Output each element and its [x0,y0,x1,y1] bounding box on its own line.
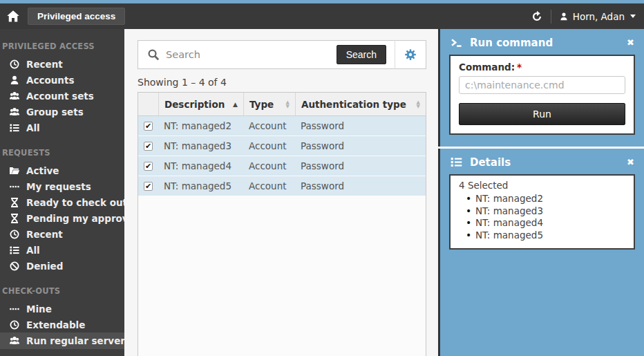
table-row[interactable]: ✔ NT: managed3 Account Password [138,136,426,156]
search-input[interactable] [166,49,337,60]
search-settings-button[interactable] [395,48,426,61]
sidebar-item-label: Accounts [26,75,74,86]
header-authentication-type[interactable]: Authentication type ▲▼ [295,93,426,115]
row-checkbox[interactable]: ✔ [144,142,153,151]
sidebar-item-recent-requests[interactable]: Recent [0,226,124,242]
cell-description: NT: managed3 [158,140,243,151]
table-row[interactable]: ✔ NT: managed2 Account Password [138,116,426,136]
sidebar: PRIVILEGED ACCESS Recent Accounts Accoun… [0,29,124,356]
row-checkbox[interactable]: ✔ [144,122,153,131]
list-item: NT: managed4 [466,217,625,229]
sidebar-item-extendable[interactable]: Extendable [0,317,124,332]
section-title-requests: REQUESTS [0,135,124,162]
sidebar-item-label: All [26,122,40,133]
close-icon[interactable]: ✖ [627,37,634,48]
topbar-right: Horn, Adan [531,10,644,24]
sidebar-item-ready-to-check-out[interactable]: Ready to check out [0,194,124,210]
sidebar-item-my-requests[interactable]: My requests [0,178,124,194]
command-label-text: Command: [459,62,515,73]
cell-type: Account [243,180,295,191]
ellipsis-icon [9,303,20,315]
selected-count: 4 Selected [459,180,625,191]
list-item: NT: managed3 [466,205,625,218]
run-command-panel: Run command ✖ Command:* Run [438,29,644,147]
search-bar: Search [138,40,426,69]
column-label: Type [249,99,283,110]
top-bar: Privileged access Horn, Adan [0,3,644,29]
topbar-divider [551,10,551,24]
cell-auth: Password [295,180,426,191]
search-button[interactable]: Search [337,45,386,64]
sidebar-item-label: Ready to check out [26,197,124,208]
list-icon [9,245,20,256]
close-icon[interactable]: ✖ [627,157,634,167]
table-row[interactable]: ✔ NT: managed5 Account Password [138,176,426,196]
sidebar-item-active[interactable]: Active [0,162,124,178]
clock-icon [9,319,20,330]
sidebar-item-label: Denied [26,261,63,272]
users-icon [9,91,20,102]
terminal-icon [450,36,463,49]
results-table: Description ▲ Type ▲▼ Authentication typ… [138,92,426,356]
command-input[interactable] [459,76,625,94]
run-command-card: Command:* Run [449,55,635,135]
sidebar-item-mine[interactable]: Mine [0,301,124,317]
run-command-header: Run command ✖ [440,29,644,55]
list-icon [9,122,20,133]
clock-icon [9,229,20,240]
home-button[interactable] [0,3,26,29]
users-icon [9,335,20,346]
sidebar-item-label: Pending my approval [26,213,124,224]
sidebar-item-account-sets[interactable]: Account sets [0,88,124,104]
header-description[interactable]: Description ▲ [158,93,243,115]
sidebar-item-label: Extendable [26,319,85,330]
cell-type: Account [243,160,295,171]
folder-open-icon [9,165,20,176]
table-row[interactable]: ✔ NT: managed4 Account Password [138,156,426,176]
sidebar-item-denied[interactable]: Denied [0,258,124,274]
run-button[interactable]: Run [459,103,625,125]
sidebar-item-group-sets[interactable]: Group sets [0,104,124,120]
header-type[interactable]: Type ▲▼ [243,93,295,115]
results-summary: Showing 1 – 4 of 4 [138,77,227,88]
sidebar-item-recent[interactable]: Recent [0,56,124,72]
sidebar-item-accounts[interactable]: Accounts [0,72,124,88]
sidebar-item-all-pa[interactable]: All [0,120,124,135]
list-item: NT: managed2 [466,193,625,205]
row-checkbox[interactable]: ✔ [144,182,153,191]
selected-items-list: NT: managed2 NT: managed3 NT: managed4 N… [466,193,625,241]
sidebar-item-label: Recent [26,229,63,240]
sidebar-item-run-regular-server[interactable]: Run regular server . 4 [0,332,124,349]
sidebar-item-pending-my-approval[interactable]: Pending my approval [0,210,124,226]
user-name: Horn, Adan [573,11,625,22]
main-content: Search Showing 1 – 4 of 4 Description ▲ … [124,29,438,356]
hourglass-icon [9,213,20,224]
cell-description: NT: managed5 [158,180,243,191]
section-title-check-outs: CHECK-OUTS [0,274,124,301]
sort-icon: ▲▼ [417,100,420,109]
sidebar-item-label: My requests [26,181,91,192]
details-panel: Details ✖ 4 Selected NT: managed2 NT: ma… [438,149,644,356]
cell-description: NT: managed4 [158,160,243,171]
sidebar-item-label: Recent [26,59,63,70]
gear-icon [404,48,417,61]
refresh-icon[interactable] [531,10,543,23]
header-checkbox-column [138,93,158,115]
privileged-access-app: Privileged access Horn, Adan PRIVILEGED … [0,0,644,356]
user-menu[interactable]: Horn, Adan [559,11,636,22]
list-item: NT: managed5 [466,229,625,242]
details-header: Details ✖ [440,149,644,174]
ban-icon [9,261,20,272]
required-marker: * [517,62,522,73]
row-checkbox[interactable]: ✔ [144,162,153,171]
cell-description: NT: managed2 [158,120,243,131]
sidebar-item-all-requests[interactable]: All [0,242,124,258]
sort-icon: ▲▼ [286,100,290,109]
user-icon [9,75,20,86]
users-icon [9,106,20,118]
cell-auth: Password [295,140,426,151]
privileged-access-button[interactable]: Privileged access [28,8,125,25]
sort-ascending-icon: ▲ [233,101,238,108]
sidebar-item-label: Group sets [26,106,84,118]
details-card: 4 Selected NT: managed2 NT: managed3 NT:… [449,174,635,250]
